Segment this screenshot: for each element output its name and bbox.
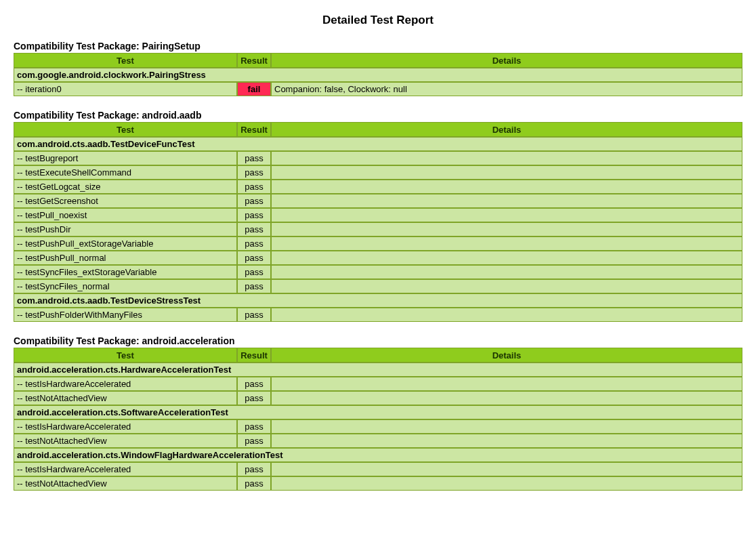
test-row: -- testIsHardwareAcceleratedpass [14, 462, 742, 476]
test-result: pass [237, 377, 271, 391]
test-details [271, 251, 742, 265]
test-row: -- testPushDirpass [14, 222, 742, 236]
test-row: -- testPull_noexistpass [14, 208, 742, 222]
test-details [271, 194, 742, 208]
package-label: Compatibility Test Package: PairingSetup [14, 41, 742, 51]
test-row: -- testGetScreenshotpass [14, 194, 742, 208]
test-result: pass [237, 434, 271, 448]
test-result: pass [237, 194, 271, 208]
column-header-test: Test [14, 122, 237, 137]
test-details [271, 308, 742, 322]
column-header-result: Result [237, 122, 271, 137]
package-label: Compatibility Test Package: android.acce… [14, 335, 742, 346]
test-result: pass [237, 279, 271, 293]
test-name: -- testNotAttachedView [14, 391, 237, 405]
test-name: -- testIsHardwareAccelerated [14, 419, 237, 434]
column-header-result: Result [237, 348, 271, 363]
package-name: android.acceleration [142, 335, 235, 346]
test-class-name: com.android.cts.aadb.TestDeviceStressTes… [14, 293, 742, 308]
test-details [271, 208, 742, 222]
test-class-row: android.acceleration.cts.WindowFlagHardw… [14, 448, 742, 462]
test-details [271, 151, 742, 165]
test-class-row: android.acceleration.cts.SoftwareAcceler… [14, 405, 742, 419]
test-result: pass [237, 165, 271, 180]
test-class-row: com.google.android.clockwork.PairingStre… [14, 68, 742, 82]
test-name: -- testSyncFiles_normal [14, 279, 237, 293]
test-name: -- testPushFolderWithManyFiles [14, 308, 237, 322]
test-row: -- testNotAttachedViewpass [14, 391, 742, 405]
test-row: -- testNotAttachedViewpass [14, 476, 742, 491]
test-class-name: android.acceleration.cts.HardwareAcceler… [14, 363, 742, 377]
test-row: -- testSyncFiles_normalpass [14, 279, 742, 293]
test-name: -- testSyncFiles_extStorageVariable [14, 265, 237, 279]
test-name: -- testNotAttachedView [14, 434, 237, 448]
test-result: pass [237, 251, 271, 265]
test-result: pass [237, 208, 271, 222]
test-row: -- testBugreportpass [14, 151, 742, 165]
test-row: -- testSyncFiles_extStorageVariablepass [14, 265, 742, 279]
test-result: pass [237, 151, 271, 165]
test-result: pass [237, 180, 271, 194]
test-row: -- testIsHardwareAcceleratedpass [14, 377, 742, 391]
package-name: android.aadb [142, 110, 202, 121]
test-row: -- testPushFolderWithManyFilespass [14, 308, 742, 322]
test-row: -- testExecuteShellCommandpass [14, 165, 742, 180]
test-name: -- testExecuteShellCommand [14, 165, 237, 180]
test-details [271, 222, 742, 236]
test-result: pass [237, 308, 271, 322]
test-name: -- testBugreport [14, 151, 237, 165]
test-result: pass [237, 265, 271, 279]
test-class-row: android.acceleration.cts.HardwareAcceler… [14, 363, 742, 377]
test-result: pass [237, 222, 271, 236]
test-details [271, 165, 742, 180]
test-result: pass [237, 462, 271, 476]
test-class-row: com.android.cts.aadb.TestDeviceStressTes… [14, 293, 742, 308]
test-result: pass [237, 236, 271, 251]
test-name: -- testIsHardwareAccelerated [14, 462, 237, 476]
test-name: -- testNotAttachedView [14, 476, 237, 491]
test-class-name: android.acceleration.cts.SoftwareAcceler… [14, 405, 742, 419]
test-details [271, 377, 742, 391]
column-header-test: Test [14, 348, 237, 363]
column-header-details: Details [271, 348, 742, 363]
test-details [271, 419, 742, 434]
package-label-prefix: Compatibility Test Package: [14, 110, 142, 121]
package-label: Compatibility Test Package: android.aadb [14, 110, 742, 121]
test-result: fail [237, 82, 271, 96]
test-name: -- testGetLogcat_size [14, 180, 237, 194]
test-details [271, 434, 742, 448]
test-details [271, 476, 742, 491]
test-row: -- testNotAttachedViewpass [14, 434, 742, 448]
test-class-name: com.android.cts.aadb.TestDeviceFuncTest [14, 137, 742, 151]
test-class-row: com.android.cts.aadb.TestDeviceFuncTest [14, 137, 742, 151]
packages-container: Compatibility Test Package: PairingSetup… [14, 41, 742, 491]
test-details [271, 462, 742, 476]
test-row: -- iteration0failCompanion: false, Clock… [14, 82, 742, 96]
test-name: -- testPushPull_extStorageVariable [14, 236, 237, 251]
package-label-prefix: Compatibility Test Package: [14, 41, 142, 51]
package-label-prefix: Compatibility Test Package: [14, 335, 142, 346]
test-result: pass [237, 476, 271, 491]
column-header-result: Result [237, 53, 271, 68]
test-row: -- testGetLogcat_sizepass [14, 180, 742, 194]
package-table: TestResultDetailscom.google.android.cloc… [14, 53, 742, 96]
test-class-name: android.acceleration.cts.WindowFlagHardw… [14, 448, 742, 462]
test-name: -- testPushPull_normal [14, 251, 237, 265]
test-name: -- testPushDir [14, 222, 237, 236]
test-details [271, 279, 742, 293]
column-header-details: Details [271, 122, 742, 137]
test-row: -- testIsHardwareAcceleratedpass [14, 419, 742, 434]
column-header-details: Details [271, 53, 742, 68]
package-table: TestResultDetailscom.android.cts.aadb.Te… [14, 122, 742, 322]
test-result: pass [237, 419, 271, 434]
test-name: -- testGetScreenshot [14, 194, 237, 208]
package-name: PairingSetup [142, 41, 201, 51]
test-result: pass [237, 391, 271, 405]
test-details [271, 265, 742, 279]
test-details [271, 391, 742, 405]
test-name: -- testIsHardwareAccelerated [14, 377, 237, 391]
test-details [271, 236, 742, 251]
page-title: Detailed Test Report [14, 14, 742, 27]
test-name: -- iteration0 [14, 82, 237, 96]
package-table: TestResultDetailsandroid.acceleration.ct… [14, 348, 742, 491]
